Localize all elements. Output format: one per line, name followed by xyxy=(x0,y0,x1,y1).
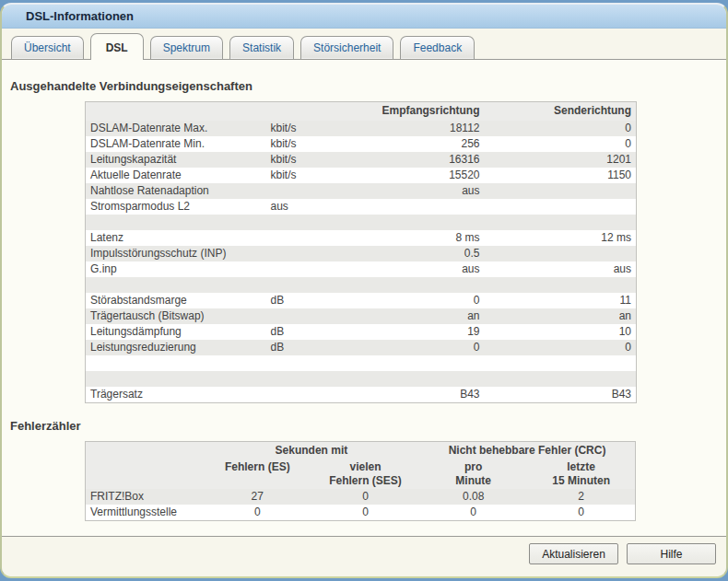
tab-bar: Übersicht DSL Spektrum Statistik Störsic… xyxy=(2,29,726,59)
header-empty xyxy=(266,102,368,121)
cell-send-value: B43 xyxy=(485,387,637,403)
cell-send-value: aus xyxy=(485,261,637,277)
header-group-crc: Nicht behebbare Fehler (CRC) xyxy=(419,441,635,459)
cell-send-value: 10 xyxy=(485,324,637,340)
cell-unit xyxy=(266,387,368,403)
cell-property-label: Aktuelle Datenrate xyxy=(86,168,266,183)
section-title-errors: Fehlerzähler xyxy=(10,419,726,433)
cell-ses-value: 0 xyxy=(311,489,419,505)
error-group-header-row: Sekunden mit Nicht behebbare Fehler (CRC… xyxy=(86,441,636,459)
header-receive-direction: Empfangsrichtung xyxy=(368,102,485,121)
header-last-15-minutes: letzte 15 Minuten xyxy=(527,459,635,489)
tab-dsl[interactable]: DSL xyxy=(90,33,144,60)
cell-send-value: 0 xyxy=(485,121,637,136)
error-column-header-row: Fehlern (ES) vielen Fehlern (SES) pro Mi… xyxy=(86,459,636,489)
cell-receive-value xyxy=(368,199,485,215)
table-row xyxy=(86,215,637,230)
cell-property-label xyxy=(86,277,266,293)
table-row: Leitungsdämpfung dB 19 10 xyxy=(86,324,637,340)
connection-table: Empfangsrichtung Senderichtung DSLAM-Dat… xyxy=(85,101,637,403)
cell-property-label: Stromsparmodus L2 xyxy=(86,199,266,215)
table-row: Nahtlose Ratenadaption aus xyxy=(86,183,637,199)
table-row: FRITZ!Box 27 0 0.08 2 xyxy=(86,489,636,505)
cell-property-label: Trägersatz xyxy=(86,387,266,403)
cell-send-value: 0 xyxy=(485,340,637,355)
cell-receive-value: 18112 xyxy=(368,121,485,136)
table-row: G.inp aus aus xyxy=(86,261,637,277)
cell-unit xyxy=(266,308,368,324)
header-per-minute: pro Minute xyxy=(419,459,527,489)
cell-receive-value: 8 ms xyxy=(368,230,485,246)
cell-property-label: DSLAM-Datenrate Max. xyxy=(86,121,266,136)
cell-unit xyxy=(266,230,368,246)
cell-property-label xyxy=(86,371,266,387)
cell-es-value: 27 xyxy=(204,489,311,505)
cell-receive-value: 15520 xyxy=(368,168,485,183)
cell-send-value: 1150 xyxy=(485,168,637,183)
table-row: DSLAM-Datenrate Min. kbit/s 256 0 xyxy=(86,136,637,152)
table-row: Leitungskapazität kbit/s 16316 1201 xyxy=(86,152,637,168)
cell-property-label: Trägertausch (Bitswap) xyxy=(86,308,266,324)
cell-receive-value xyxy=(368,215,485,230)
tab-feedback[interactable]: Feedback xyxy=(400,36,475,59)
table-row: DSLAM-Datenrate Max. kbit/s 18112 0 xyxy=(86,121,637,136)
cell-crc-last15-value: 0 xyxy=(527,505,635,521)
cell-send-value xyxy=(485,199,637,215)
cell-crc-per-minute-value: 0 xyxy=(419,505,527,521)
cell-receive-value: aus xyxy=(368,261,485,277)
cell-unit: dB xyxy=(266,324,368,340)
window-titlebar: DSL-Informationen xyxy=(2,5,726,29)
cell-send-value: 0 xyxy=(485,136,637,152)
tab-uebersicht[interactable]: Übersicht xyxy=(11,36,84,59)
table-row: Latenz 8 ms 12 ms xyxy=(86,230,637,246)
cell-send-value: 11 xyxy=(485,293,637,308)
table-row: Aktuelle Datenrate kbit/s 15520 1150 xyxy=(86,168,637,183)
cell-receive-value: 0.5 xyxy=(368,246,485,261)
cell-receive-value: 19 xyxy=(368,324,485,340)
cell-crc-last15-value: 2 xyxy=(527,489,635,505)
header-send-direction: Senderichtung xyxy=(485,102,637,121)
cell-unit xyxy=(266,277,368,293)
tab-stoersicherheit[interactable]: Störsicherheit xyxy=(300,36,393,59)
cell-unit xyxy=(266,246,368,261)
cell-unit: dB xyxy=(266,293,368,308)
cell-property-label: Störabstandsmarge xyxy=(86,293,266,308)
cell-es-value: 0 xyxy=(204,505,311,521)
cell-property-label: Impulsstörungsschutz (INP) xyxy=(86,246,266,261)
cell-unit xyxy=(266,183,368,199)
table-row: Trägertausch (Bitswap) an an xyxy=(86,308,637,324)
cell-property-label: Latenz xyxy=(86,230,266,246)
cell-receive-value: 0 xyxy=(368,293,485,308)
cell-unit xyxy=(266,355,368,371)
table-row xyxy=(86,371,637,387)
connection-header-row: Empfangsrichtung Senderichtung xyxy=(86,102,637,121)
header-severely-errored-seconds: vielen Fehlern (SES) xyxy=(311,459,419,489)
cell-ses-value: 0 xyxy=(311,505,419,521)
tab-spektrum[interactable]: Spektrum xyxy=(150,36,223,59)
cell-receive-value: 0 xyxy=(368,340,485,355)
button-bar: Aktualisieren Hilfe xyxy=(2,537,726,576)
dsl-info-window: DSL-Informationen Übersicht DSL Spektrum… xyxy=(0,3,728,578)
cell-receive-value: an xyxy=(368,308,485,324)
header-errored-seconds: Fehlern (ES) xyxy=(204,459,311,489)
help-button[interactable]: Hilfe xyxy=(627,543,716,564)
cell-unit: kbit/s xyxy=(266,168,368,183)
cell-unit xyxy=(266,371,368,387)
cell-send-value xyxy=(485,355,637,371)
cell-property-label: Leistungsreduzierung xyxy=(86,340,266,355)
header-empty xyxy=(86,459,204,489)
content-panel: Ausgehandelte Verbindungseigenschaften E… xyxy=(2,59,726,537)
cell-property-label xyxy=(86,215,266,230)
cell-send-value xyxy=(485,183,637,199)
error-counter-table: Sekunden mit Nicht behebbare Fehler (CRC… xyxy=(85,441,636,522)
tab-statistik[interactable]: Statistik xyxy=(229,36,294,59)
refresh-button[interactable]: Aktualisieren xyxy=(529,543,618,564)
cell-unit: aus xyxy=(266,199,368,215)
cell-unit: kbit/s xyxy=(266,121,368,136)
cell-receive-value: aus xyxy=(368,183,485,199)
table-row: Trägersatz B43 B43 xyxy=(86,387,637,403)
cell-send-value xyxy=(485,277,637,293)
cell-device-label: Vermittlungsstelle xyxy=(86,505,204,521)
cell-send-value: 12 ms xyxy=(485,230,637,246)
cell-property-label: Leitungskapazität xyxy=(86,152,266,168)
